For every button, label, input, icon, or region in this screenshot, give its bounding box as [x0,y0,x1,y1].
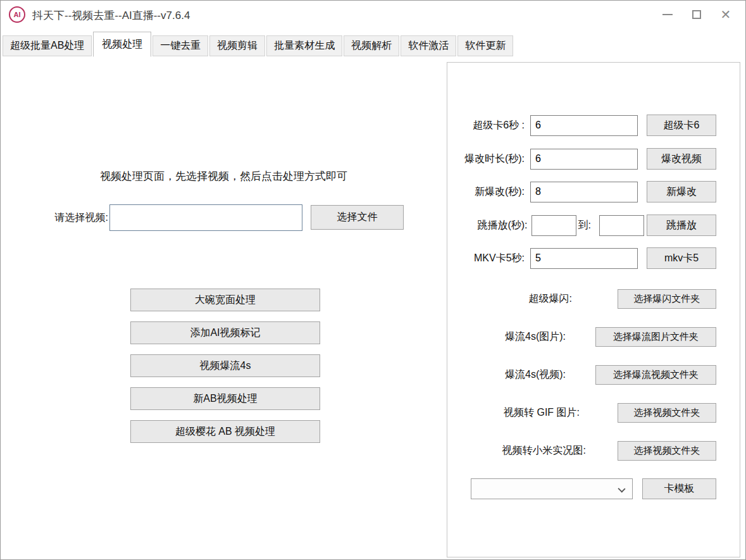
video-burst-flow-4s-button[interactable]: 视频爆流4s [130,354,320,377]
tab-video-processing[interactable]: 视频处理 [93,32,151,57]
select-video-label: 请选择视频: [20,211,108,225]
burst-duration-label: 爆改时长(秒): [464,152,525,166]
tab-video-edit[interactable]: 视频剪辑 [209,35,265,56]
tab-software-activate[interactable]: 软件激活 [401,35,456,56]
skip-play-to-label: 到: [578,219,591,232]
page-instruction: 视频处理页面，先选择视频，然后点击处理方式即可 [1,169,447,184]
main-content: 视频处理页面，先选择视频，然后点击处理方式即可 请选择视频: 选择文件 大碗宽面… [1,58,447,559]
skip-play-label: 跳播放(秒): [477,219,527,232]
tab-bar: 超级批量AB处理 视频处理 一键去重 视频剪辑 批量素材生成 视频解析 软件激活… [3,30,745,56]
super-flash-row: 超级爆闪: 选择爆闪文件夹 [447,288,740,309]
close-icon: ✕ [721,8,731,21]
title-bar: AI 抖天下--视频去重--AI直播--v7.6.4 ✕ [1,1,745,28]
mkv-card5-input[interactable] [530,248,638,269]
card-template-row: 卡模板 [447,478,740,499]
tab-super-batch-ab[interactable]: 超级批量AB处理 [3,35,92,56]
new-burst-row: 新爆改(秒): 新爆改 [447,181,740,202]
super-card6-input[interactable] [530,115,638,136]
add-ai-video-mark-button[interactable]: 添加AI视频标记 [130,321,320,344]
new-burst-label: 新爆改(秒): [475,185,525,199]
mkv-card5-label: MKV卡5秒: [474,252,525,265]
skip-play-to-input[interactable] [599,215,644,236]
choose-flow-video-folder-button[interactable]: 选择爆流视频文件夹 [595,365,716,385]
mkv-card5-row: MKV卡5秒: mkv卡5 [447,247,740,269]
flow-videos-row: 爆流4s(视频): 选择爆流视频文件夹 [447,364,740,385]
tab-one-key-dedup[interactable]: 一键去重 [152,35,208,56]
video-path-input[interactable] [109,204,302,231]
flow-images-row: 爆流4s(图片): 选择爆流图片文件夹 [447,326,740,347]
new-burst-button[interactable]: 新爆改 [647,181,716,202]
video-to-mi-live-label: 视频转小米实况图: [502,444,586,457]
flow-images-label: 爆流4s(图片): [505,330,566,344]
super-card6-button[interactable]: 超级卡6 [647,115,716,136]
big-bowl-wide-noodle-button[interactable]: 大碗宽面处理 [130,289,320,311]
template-select[interactable] [471,478,633,499]
window-controls: ✕ [653,1,740,28]
skip-play-from-input[interactable] [532,215,576,236]
choose-video-folder-gif-button[interactable]: 选择视频文件夹 [618,403,716,423]
burst-duration-row: 爆改时长(秒): 爆改视频 [447,148,740,170]
mkv-card5-button[interactable]: mkv卡5 [647,247,716,269]
window-title: 抖天下--视频去重--AI直播--v7.6.4 [32,8,190,23]
skip-play-row: 跳播放(秒): 到: 跳播放 [447,215,740,236]
tab-batch-material[interactable]: 批量素材生成 [266,35,342,56]
minimize-button[interactable] [653,1,682,28]
maximize-button[interactable] [682,1,711,28]
video-to-gif-row: 视频转 GIF 图片: 选择视频文件夹 [447,402,740,423]
skip-play-button[interactable]: 跳播放 [647,215,716,236]
maximize-icon [692,10,701,19]
chevron-down-icon [618,485,625,492]
tab-video-parse[interactable]: 视频解析 [344,35,399,56]
right-tool-panel: 超级卡6秒 : 超级卡6 爆改时长(秒): 爆改视频 新爆改(秒): 新爆改 跳… [447,62,740,557]
burst-duration-input[interactable] [530,149,638,170]
flow-videos-label: 爆流4s(视频): [505,368,566,382]
choose-file-button[interactable]: 选择文件 [311,205,404,230]
app-window: AI 抖天下--视频去重--AI直播--v7.6.4 ✕ 超级批量AB处理 视频… [0,0,746,560]
burst-video-button[interactable]: 爆改视频 [647,148,716,170]
super-card6-row: 超级卡6秒 : 超级卡6 [447,115,740,136]
new-burst-input[interactable] [530,182,638,202]
video-to-gif-label: 视频转 GIF 图片: [504,406,580,420]
super-card6-label: 超级卡6秒 : [473,119,525,132]
video-to-mi-live-row: 视频转小米实况图: 选择视频文件夹 [447,440,740,461]
super-sakura-ab-video-button[interactable]: 超级樱花 AB 视频处理 [130,420,320,443]
app-logo-icon: AI [9,6,25,23]
close-button[interactable]: ✕ [711,1,740,28]
super-flash-label: 超级爆闪: [529,292,572,306]
choose-flow-image-folder-button[interactable]: 选择爆流图片文件夹 [595,327,716,347]
tab-software-update[interactable]: 软件更新 [457,35,513,56]
card-template-button[interactable]: 卡模板 [642,478,716,499]
choose-flash-folder-button[interactable]: 选择爆闪文件夹 [618,289,716,309]
choose-video-folder-live-button[interactable]: 选择视频文件夹 [618,441,716,461]
new-ab-video-process-button[interactable]: 新AB视频处理 [130,387,320,410]
action-button-stack: 大碗宽面处理 添加AI视频标记 视频爆流4s 新AB视频处理 超级樱花 AB 视… [130,289,320,453]
minimize-icon [662,14,673,15]
